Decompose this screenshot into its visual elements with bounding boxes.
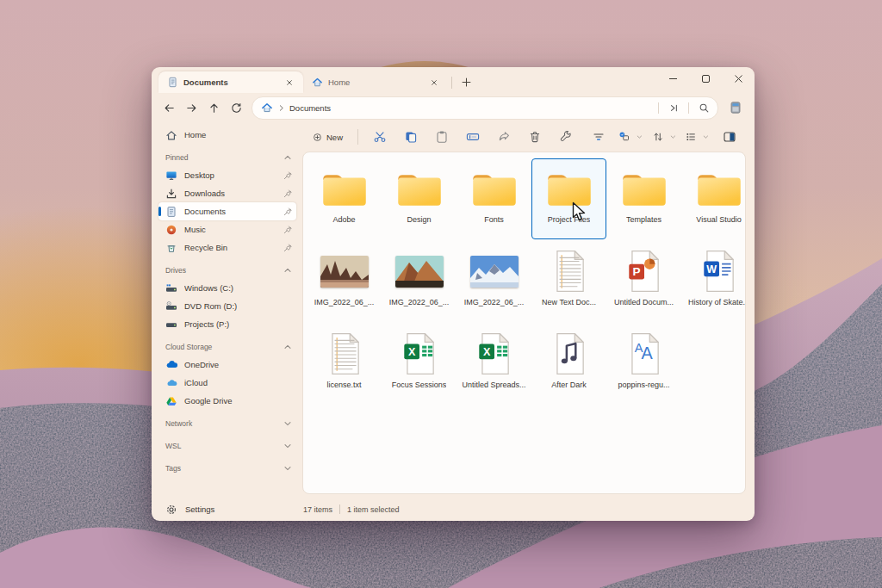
chevron-down-icon (636, 133, 643, 141)
sidebar-item-label: Windows (C:) (184, 283, 293, 293)
close-button[interactable] (722, 67, 755, 90)
sidebar-item-onedrive[interactable]: OneDrive (158, 356, 296, 374)
delete-button[interactable] (520, 126, 550, 148)
pin-icon[interactable] (283, 170, 293, 181)
chevron-up-icon[interactable] (283, 265, 293, 275)
file-item-templates[interactable]: Templates (606, 158, 681, 239)
sidebar-item-downloads[interactable]: Downloads (158, 184, 296, 202)
file-name: Untitled Docum... (614, 298, 674, 306)
sidebar-item-music[interactable]: Music (158, 220, 296, 238)
file-item-img2[interactable]: IMG_2022_06_... (382, 241, 457, 322)
minimize-button[interactable] (656, 67, 689, 90)
section-label: Pinned (165, 153, 283, 162)
up-button[interactable] (203, 97, 224, 118)
document-icon (167, 77, 178, 88)
sidebar-item-projects-p[interactable]: Projects (P:) (158, 315, 296, 333)
sidebar-section-wsl[interactable]: WSL (158, 437, 296, 455)
chevron-up-icon[interactable] (283, 152, 293, 163)
sidebar-item-home[interactable]: Home (158, 126, 296, 144)
sidebar-item-label: OneDrive (184, 360, 293, 369)
dvd-drive-icon (165, 300, 177, 313)
address-bar[interactable]: Documents (252, 96, 718, 120)
view-options-button[interactable] (615, 126, 647, 148)
sidebar-section-network[interactable]: Network (158, 415, 296, 432)
file-name: Templates (626, 215, 662, 224)
sidebar-item-recycle-bin[interactable]: Recycle Bin (158, 238, 296, 257)
sidebar-item-label: Projects (P:) (184, 319, 293, 329)
device-button[interactable] (725, 97, 746, 118)
file-item-visual-studio[interactable]: Visual Studio (681, 158, 746, 239)
file-item-history-of-skate[interactable]: W History of Skate... (681, 241, 746, 322)
paste-button[interactable] (427, 126, 457, 148)
paste-icon (435, 130, 449, 144)
tab-close-button[interactable] (283, 76, 296, 90)
close-icon (429, 77, 439, 88)
file-item-new-text-doc[interactable]: New Text Doc... (531, 241, 606, 322)
file-name: Visual Studio (696, 215, 741, 224)
chevron-down-icon[interactable] (283, 441, 293, 451)
filter-button[interactable] (584, 126, 613, 148)
svg-text:A: A (641, 344, 653, 362)
sidebar-item-google-drive[interactable]: Google Drive (158, 392, 296, 410)
sidebar-item-desktop[interactable]: Desktop (158, 166, 296, 184)
refresh-button[interactable] (226, 97, 246, 118)
sidebar-item-windows-c[interactable]: Windows (C:) (158, 279, 296, 297)
file-item-poppins-regular[interactable]: A A poppins-regu... (606, 324, 681, 405)
tab-documents[interactable]: Documents (158, 71, 303, 93)
preview-pane-button[interactable] (715, 126, 744, 148)
pin-icon[interactable] (283, 225, 293, 235)
maximize-button[interactable] (689, 67, 722, 90)
sidebar-section-cloud-storage[interactable]: Cloud Storage (158, 338, 296, 356)
layout-button[interactable] (681, 126, 713, 148)
file-item-focus-sessions[interactable]: X Focus Sessions (382, 324, 457, 405)
file-item-license-txt[interactable]: license.txt (307, 324, 382, 405)
share-button[interactable] (489, 126, 519, 148)
file-item-project-files[interactable]: Project Files (531, 158, 606, 239)
file-item-img1[interactable]: IMG_2022_06_... (307, 241, 382, 322)
tab-bar: Documents Home (152, 67, 755, 93)
pin-icon[interactable] (283, 207, 293, 217)
folder-icon (321, 170, 368, 208)
settings-button[interactable]: Settings (152, 504, 295, 516)
sidebar-item-documents[interactable]: Documents (158, 202, 296, 220)
back-button[interactable] (158, 97, 179, 118)
tab-home[interactable]: Home (303, 71, 448, 93)
pin-icon[interactable] (283, 243, 293, 253)
svg-text:P: P (632, 265, 640, 278)
rename-icon (466, 130, 480, 144)
cut-button[interactable] (365, 126, 394, 148)
forward-button[interactable] (181, 97, 202, 118)
bottom-bar: Settings 17 items 1 item selected (152, 498, 755, 521)
folder-icon (696, 170, 742, 208)
section-label: WSL (165, 442, 283, 450)
pin-icon[interactable] (283, 189, 293, 199)
tab-close-button[interactable] (427, 76, 441, 90)
sidebar-item-dvd-d[interactable]: DVD Rom (D:) (158, 297, 296, 315)
sidebar-section-tags[interactable]: Tags (158, 460, 296, 477)
go-to-button[interactable] (665, 99, 682, 116)
chevron-down-icon[interactable] (283, 418, 293, 429)
section-label: Network (165, 419, 283, 428)
search-button[interactable] (695, 99, 712, 116)
copy-button[interactable] (396, 126, 425, 148)
file-item-fonts[interactable]: Fonts (457, 158, 531, 239)
file-item-untitled-spreadsheet[interactable]: X Untitled Spreads... (457, 324, 531, 405)
file-item-untitled-document[interactable]: P Untitled Docum... (606, 241, 681, 322)
file-item-img3[interactable]: IMG_2022_06_... (457, 241, 531, 322)
sidebar-item-icloud[interactable]: iCloud (158, 374, 296, 392)
properties-button[interactable] (551, 126, 581, 148)
new-tab-button[interactable] (456, 72, 476, 91)
sidebar-section-pinned[interactable]: Pinned (158, 149, 296, 166)
windows-drive-icon (165, 282, 177, 294)
chevron-down-icon[interactable] (283, 463, 293, 473)
new-button[interactable]: New (305, 126, 351, 148)
chevron-up-icon[interactable] (283, 342, 293, 352)
sidebar-section-drives[interactable]: Drives (158, 262, 296, 279)
file-item-design[interactable]: Design (382, 158, 457, 239)
home-icon[interactable] (261, 102, 273, 114)
sort-button[interactable] (649, 126, 680, 148)
file-item-adobe[interactable]: Adobe (307, 158, 382, 239)
rename-button[interactable] (458, 126, 488, 148)
file-item-after-dark[interactable]: After Dark (531, 324, 606, 405)
breadcrumb[interactable]: Documents (289, 103, 331, 113)
